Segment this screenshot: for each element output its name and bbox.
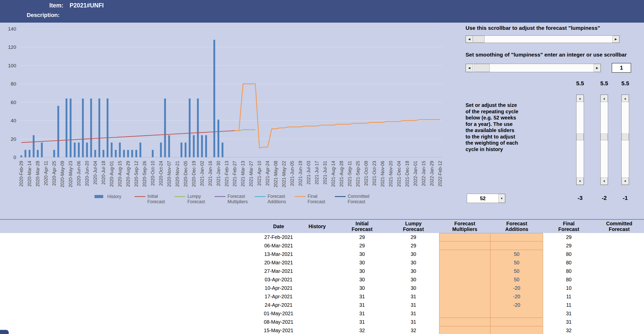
slider-value: 5.5: [619, 80, 632, 87]
down-arrow-icon: ▼: [579, 180, 582, 183]
addition-cell[interactable]: [490, 242, 543, 250]
history-cell: [298, 284, 336, 293]
scrollbar-track[interactable]: [601, 102, 608, 178]
cycle-help-text: Set or adjust the size of the repeating …: [466, 102, 520, 152]
x-axis-label: 2021-Jan-30: [216, 161, 221, 186]
addition-cell[interactable]: 50: [490, 267, 543, 276]
history-bar: [168, 135, 170, 157]
vertical-scrollbar[interactable]: ▲ ▼: [576, 95, 584, 185]
scrollbar-thumb[interactable]: [576, 134, 584, 140]
x-axis-label: 2021-May-08: [273, 161, 278, 187]
x-axis-label: 2021-May-22: [281, 161, 287, 187]
initial-cell: 29: [336, 233, 388, 242]
scroll-left-button[interactable]: ◀: [466, 36, 473, 43]
addition-cell[interactable]: -20: [490, 284, 543, 293]
history-cell: [298, 309, 336, 318]
addition-cell[interactable]: [490, 326, 543, 334]
multiplier-cell[interactable]: [439, 267, 490, 276]
x-axis-label: 2021-Jan-16: [208, 161, 213, 186]
scrollbar-track[interactable]: [622, 102, 629, 178]
addition-cell[interactable]: -20: [490, 301, 543, 310]
history-bar: [82, 98, 84, 157]
row-spacer: [0, 250, 259, 259]
final-cell: 31: [543, 309, 594, 318]
cycle-weight-slider-2: 5.5 ▲ ▼ -2: [598, 80, 611, 202]
final-forecast-line: [235, 84, 440, 148]
table-body: 27-Feb-202129292906-Mar-202129292913-Mar…: [0, 233, 644, 334]
addition-cell[interactable]: [490, 318, 543, 326]
x-axis-label: 2021-Oct-23: [372, 161, 377, 186]
dropdown-button[interactable]: ▼: [498, 194, 505, 203]
multiplier-cell[interactable]: [439, 233, 490, 242]
committed-cell: [594, 250, 644, 259]
scrollbar-thumb[interactable]: [474, 64, 490, 72]
multiplier-cell[interactable]: [439, 309, 490, 318]
smoothing-scrollbar[interactable]: ◀ ▶: [466, 64, 601, 72]
multiplier-cell[interactable]: [439, 301, 490, 310]
scrollbar-thumb[interactable]: [622, 134, 629, 140]
scroll-left-button[interactable]: ◀: [466, 64, 473, 72]
scroll-up-button[interactable]: ▲: [622, 95, 629, 102]
history-bar: [139, 143, 141, 157]
y-axis-label: 120: [8, 44, 16, 50]
scroll-up-button[interactable]: ▲: [576, 95, 584, 102]
scroll-right-button[interactable]: ▶: [594, 64, 601, 72]
y-axis-label: 20: [11, 136, 16, 142]
multiplier-cell[interactable]: [439, 275, 490, 284]
scroll-down-button[interactable]: ▼: [601, 178, 608, 185]
smoothing-input[interactable]: [612, 63, 631, 73]
legend-label: Committed: [348, 194, 370, 199]
scroll-right-button[interactable]: ▶: [612, 36, 619, 43]
legend-label: Forecast: [348, 199, 365, 204]
multiplier-cell[interactable]: [439, 250, 490, 259]
final-cell: 32: [543, 326, 594, 334]
table-header-cell: Date: [259, 224, 298, 229]
x-axis-label: 2020-Jun-20: [84, 161, 90, 186]
multiplier-cell[interactable]: [439, 326, 490, 334]
scrollbar-track[interactable]: [473, 64, 594, 72]
up-arrow-icon: ▲: [624, 97, 627, 100]
vertical-scrollbar[interactable]: ▲ ▼: [600, 95, 608, 185]
scroll-down-button[interactable]: ▼: [622, 178, 629, 185]
y-axis-label: 80: [11, 81, 16, 87]
history-bar: [111, 143, 112, 157]
vertical-scrollbar[interactable]: ▲ ▼: [621, 95, 629, 185]
x-axis-label: 2020-Apr-25: [52, 161, 57, 186]
scroll-up-button[interactable]: ▲: [601, 95, 608, 102]
x-axis-label: 2020-Jul-04: [93, 161, 98, 185]
addition-cell[interactable]: [490, 233, 543, 242]
x-axis-label: 2021-Nov-06: [380, 161, 385, 187]
multiplier-cell[interactable]: [439, 292, 490, 301]
scrollbar-track[interactable]: [576, 102, 584, 178]
y-axis-label: 60: [11, 100, 16, 105]
addition-cell[interactable]: [490, 309, 543, 318]
row-spacer: [0, 309, 259, 318]
multiplier-cell[interactable]: [439, 242, 490, 250]
history-bar: [127, 150, 129, 157]
scrollbar-thumb[interactable]: [601, 134, 608, 140]
addition-cell[interactable]: 50: [490, 275, 543, 284]
scroll-down-button[interactable]: ▼: [576, 178, 584, 185]
scrollbar-track[interactable]: [473, 36, 612, 43]
history-bar: [41, 143, 43, 157]
table-header-cell: Forecast Multipliers: [439, 221, 490, 232]
date-cell: 27-Mar-2021: [259, 267, 298, 276]
multiplier-cell[interactable]: [439, 258, 490, 267]
history-cell: [298, 292, 336, 301]
multiplier-cell[interactable]: [439, 284, 490, 293]
scrollbar-thumb[interactable]: [473, 36, 485, 43]
addition-cell[interactable]: 50: [490, 250, 543, 259]
y-axis-label: 140: [8, 26, 16, 32]
history-bar: [78, 143, 80, 157]
addition-cell[interactable]: -20: [490, 292, 543, 301]
y-axis-label: 0: [13, 155, 16, 160]
lumpy-cell: 30: [388, 275, 439, 284]
cycle-size-dropdown[interactable]: 52 ▼: [467, 194, 505, 203]
data-table-section: DateHistoryInitial ForecastLumpy Forecas…: [0, 219, 644, 334]
lumpiness-scrollbar[interactable]: ◀ ▶: [466, 35, 620, 43]
lumpy-cell: 29: [388, 242, 439, 250]
history-bar: [107, 98, 108, 157]
addition-cell[interactable]: 50: [490, 258, 543, 267]
multiplier-cell[interactable]: [439, 318, 490, 326]
initial-cell: 30: [336, 275, 388, 284]
